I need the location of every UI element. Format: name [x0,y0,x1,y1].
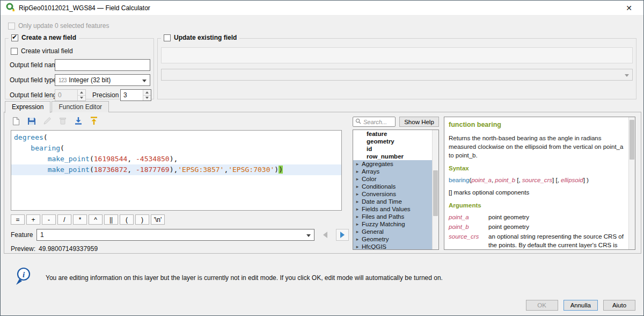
operator-button[interactable]: = [11,214,25,225]
argument-description: point geometry [488,222,624,231]
only-update-selected-checkbox: Only update 0 selected features [8,22,109,30]
function-group-label: Conversions [362,190,396,198]
next-feature-button[interactable] [336,229,349,241]
function-group-label: Date and Time [362,198,402,205]
show-help-button[interactable]: Show Help [399,117,439,127]
dialog-buttons: OK Annulla Aiuto [526,300,635,311]
function-group[interactable]: ▸Aggregates [353,160,432,168]
function-list-scrollbar[interactable] [432,130,438,249]
existing-field-select [161,69,633,81]
ok-button[interactable]: OK [526,300,558,311]
search-input[interactable] [363,119,393,125]
help-description: Returns the north-based bearing as the a… [449,134,624,160]
function-group[interactable]: ▸Conversions [353,190,432,198]
update-existing-field-group: Update existing field [157,38,636,99]
tab-expression[interactable]: Expression [5,101,50,113]
scrollbar-thumb[interactable] [433,170,438,216]
function-item-feature[interactable]: feature [353,130,432,138]
function-group[interactable]: ▸HfcQGIS [353,243,432,249]
function-group-label: Arrays [362,168,379,175]
function-group[interactable]: ▸Arrays [353,168,432,175]
expand-arrow-icon: ▸ [353,175,362,183]
create-new-field-checkbox[interactable] [11,34,18,41]
output-field-name-input[interactable] [55,59,150,71]
new-expression-icon[interactable] [10,114,23,127]
function-item-row_number[interactable]: row_number [353,153,432,160]
code-line: bearing( [11,143,341,154]
operator-button[interactable]: / [57,214,71,225]
precision-value: 3 [123,91,127,99]
operator-button[interactable]: - [42,214,56,225]
edit-mode-message: You are editing information on this laye… [46,274,550,282]
argument-row: point_apoint geometry [449,213,624,221]
syntax-line: bearing(point_a, point_b [, source_crs] … [449,176,624,184]
update-existing-field-checkbox[interactable] [164,34,171,41]
argument-name: source_crs [449,232,488,249]
operator-button[interactable]: ( [120,214,134,225]
expand-arrow-icon: ▸ [353,198,362,205]
output-field-name-label: Output field name [10,61,61,69]
operator-button[interactable]: '\n' [151,214,165,225]
function-item-id[interactable]: id [353,145,432,153]
argument-name: point_b [449,222,488,231]
feature-row: Feature 1 [11,229,349,241]
function-group[interactable]: ▸Fuzzy Matching [353,220,432,228]
operator-button[interactable]: * [73,214,87,225]
tab-function-editor-label: Function Editor [58,103,102,111]
info-icon: i [14,267,33,288]
expand-arrow-icon: ▸ [353,235,362,243]
function-group[interactable]: ▸Geometry [353,235,432,243]
previous-feature-button[interactable] [319,229,332,241]
checkbox-unchecked-icon [11,48,18,55]
tab-function-editor[interactable]: Function Editor [52,101,109,112]
cancel-button[interactable]: Annulla [564,300,598,311]
operator-button[interactable]: ) [135,214,149,225]
arguments-table: point_apoint geometrypoint_bpoint geomet… [449,213,624,249]
create-new-field-group: Create a new field Create virtual field … [5,38,154,99]
expand-arrow-icon: ▸ [353,160,362,168]
function-item-geometry[interactable]: geometry [353,138,432,145]
function-group-label: General [362,228,384,235]
export-expression-icon[interactable] [87,114,100,127]
feature-select[interactable]: 1 [36,229,314,241]
function-group-label: Files and Paths [362,213,404,220]
expression-editor[interactable]: degrees( bearing( make_point(16198544, -… [11,130,342,211]
help-syntax-heading: Syntax [449,164,624,173]
function-group[interactable]: ▸General [353,228,432,235]
expression-tab-panel: degrees( bearing( make_point(16198544, -… [4,112,641,254]
create-virtual-field-label: Create virtual field [21,47,73,55]
import-expression-icon[interactable] [72,114,85,127]
chevron-down-icon [625,74,629,77]
function-group[interactable]: ▸Files and Paths [353,213,432,220]
preview-label: Preview: [11,245,35,253]
operator-button[interactable]: + [26,214,40,225]
code-line: degrees( [11,132,341,143]
expression-code: degrees( bearing( make_point(16198544, -… [11,131,341,175]
function-group[interactable]: ▸Date and Time [353,198,432,205]
operator-button[interactable]: ^ [89,214,103,225]
function-search[interactable] [353,117,396,127]
output-field-type-select[interactable]: 123 Integer (32 bit) [55,74,150,86]
expand-arrow-icon: ▸ [353,205,362,213]
help-function-title: function bearing [449,120,624,130]
precision-spinner[interactable]: 3 [120,89,151,101]
scrollbar-thumb[interactable] [630,120,634,160]
create-virtual-field-checkbox[interactable]: Create virtual field [11,47,73,55]
close-icon[interactable] [620,4,638,12]
function-group-label: Color [362,175,376,183]
argument-description: an optional string representing the sour… [488,232,624,249]
help-scrollbar[interactable] [628,117,635,249]
operator-button[interactable]: || [104,214,118,225]
qgis-logo-icon [6,3,14,13]
function-group[interactable]: ▸Color [353,175,432,183]
code-line: make_point(16198544, -4534850), [11,154,341,164]
help-button[interactable]: Aiuto [603,300,635,311]
integer-type-icon: 123 [58,77,67,83]
feature-label: Feature [11,231,32,239]
expand-arrow-icon: ▸ [353,213,362,220]
function-group[interactable]: ▸Fields and Values [353,205,432,213]
save-expression-icon[interactable] [25,114,38,127]
function-list: featuregeometryidrow_number▸Aggregates▸A… [353,130,432,249]
function-group-label: Aggregates [362,160,393,168]
function-group[interactable]: ▸Conditionals [353,183,432,190]
